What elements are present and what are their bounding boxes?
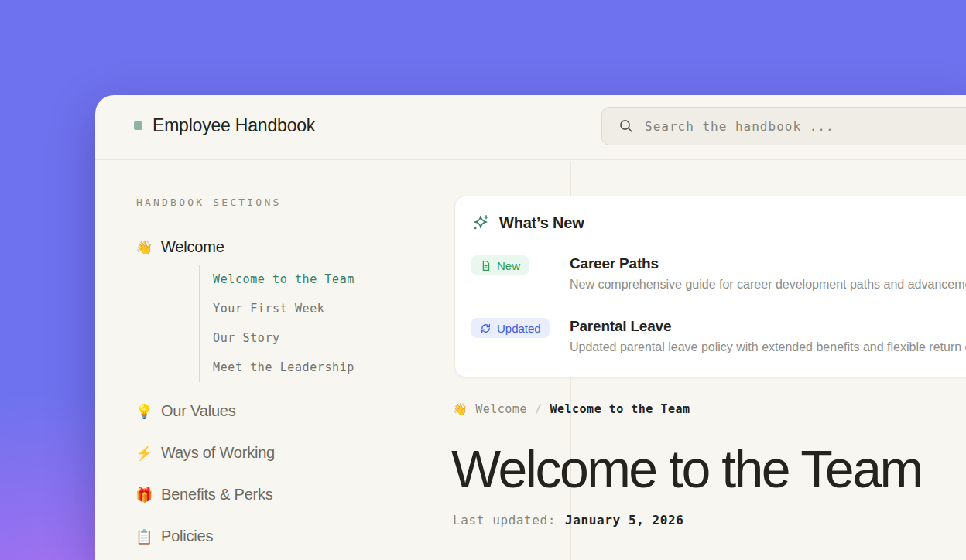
last-updated: Last updated: January 5, 2026 <box>453 513 684 528</box>
item-title: Parental Leave <box>570 318 966 335</box>
handbook-window: Employee Handbook HANDBOOK SECTIONS 👋 We… <box>95 95 966 560</box>
last-updated-value: January 5, 2026 <box>565 513 684 528</box>
breadcrumb: 👋 Welcome / Welcome to the Team <box>453 402 690 416</box>
sidebar-item-welcome[interactable]: 👋 Welcome <box>135 238 224 256</box>
app-title: Employee Handbook <box>152 115 315 136</box>
badge-column: New <box>471 255 570 275</box>
badge-label: New <box>497 259 520 272</box>
brand-square-icon <box>134 121 142 130</box>
welcome-sub-list: Welcome to the Team Your First Week Our … <box>199 265 355 382</box>
item-title: Career Paths <box>570 255 966 272</box>
whats-new-card: What’s New New Career Paths New comprehe… <box>454 196 966 377</box>
sub-item-our-story[interactable]: Our Story <box>213 323 355 353</box>
whats-new-title: What’s New <box>499 214 584 232</box>
item-description: Updated parental leave policy with exten… <box>570 340 966 354</box>
item-text: Parental Leave Updated parental leave po… <box>570 318 966 354</box>
sub-item-welcome-to-the-team[interactable]: Welcome to the Team <box>213 265 355 294</box>
wave-icon: 👋 <box>135 241 152 254</box>
sidebar-item-benefits-perks[interactable]: 🎁 Benefits & Perks <box>135 486 273 504</box>
lightning-icon: ⚡ <box>135 446 152 460</box>
badge-column: Updated <box>471 318 570 338</box>
app-brand[interactable]: Employee Handbook <box>134 115 315 136</box>
sidebar-item-label: Benefits & Perks <box>161 486 273 504</box>
search-icon <box>619 119 633 133</box>
whats-new-item-career-paths[interactable]: New Career Paths New comprehensive guide… <box>471 255 966 292</box>
updated-badge: Updated <box>471 318 550 338</box>
lightbulb-icon: 💡 <box>135 405 152 418</box>
refresh-icon <box>480 323 492 334</box>
whats-new-header: What’s New <box>471 213 584 232</box>
search-input[interactable] <box>645 119 966 134</box>
sidebar-item-label: Policies <box>161 528 213 545</box>
breadcrumb-parent[interactable]: Welcome <box>475 402 527 416</box>
sidebar-item-label: Our Values <box>161 402 236 420</box>
search-box[interactable] <box>601 107 966 145</box>
sparkle-icon <box>471 213 490 232</box>
new-badge: New <box>471 255 529 275</box>
sub-item-your-first-week[interactable]: Your First Week <box>213 294 355 323</box>
last-updated-label: Last updated: <box>453 513 556 528</box>
badge-label: Updated <box>497 322 541 335</box>
sidebar-item-policies[interactable]: 📋 Policies <box>135 528 213 545</box>
document-icon <box>480 260 492 271</box>
breadcrumb-current: Welcome to the Team <box>550 402 690 416</box>
sidebar-item-our-values[interactable]: 💡 Our Values <box>135 402 236 420</box>
sidebar-item-label: Welcome <box>161 238 224 256</box>
breadcrumb-separator: / <box>535 402 543 416</box>
app-header: Employee Handbook <box>95 95 966 160</box>
item-text: Career Paths New comprehensive guide for… <box>570 255 966 292</box>
wave-icon: 👋 <box>453 402 468 416</box>
sidebar-section-label: HANDBOOK SECTIONS <box>136 196 281 208</box>
page-title: Welcome to the Team <box>451 442 922 495</box>
item-description: New comprehensive guide for career devel… <box>570 278 966 292</box>
sidebar-item-ways-of-working[interactable]: ⚡ Ways of Working <box>135 444 275 462</box>
clipboard-icon: 📋 <box>135 530 152 544</box>
gift-icon: 🎁 <box>135 488 152 502</box>
sidebar-item-label: Ways of Working <box>161 444 275 462</box>
sub-item-meet-the-leadership[interactable]: Meet the Leadership <box>213 353 355 382</box>
desktop-background: Employee Handbook HANDBOOK SECTIONS 👋 We… <box>0 0 966 560</box>
whats-new-item-parental-leave[interactable]: Updated Parental Leave Updated parental … <box>471 318 966 354</box>
